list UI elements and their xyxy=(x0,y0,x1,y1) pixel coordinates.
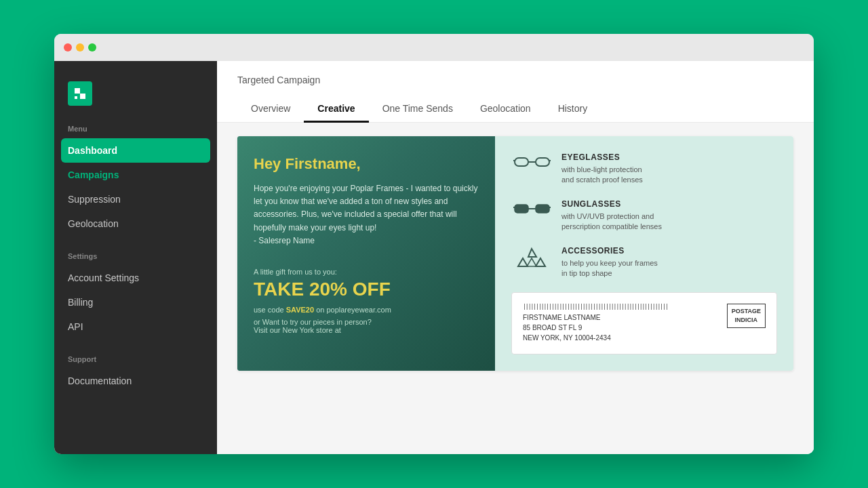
svg-marker-13 xyxy=(536,258,545,266)
browser-window: Menu Dashboard Campaigns Suppression Geo… xyxy=(54,34,814,454)
svg-rect-2 xyxy=(536,158,549,166)
accessories-desc: to help you keep your framesin tip top s… xyxy=(561,258,777,279)
mail-card: ||||||||||||||||||||||||||||||||||||||||… xyxy=(511,292,777,354)
eyeglasses-icon-container xyxy=(511,152,552,173)
maximize-button[interactable] xyxy=(88,43,96,52)
accessories-info: ACCESSORIES to help you keep your frames… xyxy=(561,246,777,279)
sidebar-item-label: Suppression xyxy=(68,194,121,205)
sidebar-item-label: Account Settings xyxy=(68,272,139,283)
tabs-container: Overview Creative One Time Sends Geoloca… xyxy=(237,96,793,122)
minimize-button[interactable] xyxy=(76,43,84,52)
sidebar-item-label: Billing xyxy=(68,297,93,308)
email-gift-intro: A little gift from us to you: xyxy=(254,268,479,276)
eyeglasses-name: EYEGLASSES xyxy=(561,152,777,162)
svg-marker-11 xyxy=(528,249,536,257)
sidebar-item-suppression[interactable]: Suppression xyxy=(54,187,217,211)
email-code-text: use code SAVE20 on poplareyewear.com xyxy=(254,306,479,314)
accessories-name: ACCESSORIES xyxy=(561,246,777,256)
sunglasses-icon xyxy=(513,199,551,220)
close-button[interactable] xyxy=(64,43,72,52)
tab-history[interactable]: History xyxy=(545,96,601,123)
sidebar-item-dashboard[interactable]: Dashboard xyxy=(61,138,210,163)
email-code: SAVE20 xyxy=(286,306,314,314)
page-header: Targeted Campaign Overview Creative One … xyxy=(217,61,814,123)
app-logo-icon xyxy=(68,81,92,106)
accessories-icon-container xyxy=(511,246,552,273)
email-body-text: Hope you're enjoying your Poplar Frames … xyxy=(254,182,479,247)
product-item-eyeglasses: EYEGLASSES with blue-light protectionand… xyxy=(511,152,777,186)
sunglasses-icon-container xyxy=(511,199,552,220)
sidebar-item-label: Geolocation xyxy=(68,218,119,229)
sunglasses-desc: with UV/UVB protection andperscription c… xyxy=(561,211,777,232)
svg-marker-12 xyxy=(518,258,528,266)
email-preview: Hey Firstname, Hope you're enjoying your… xyxy=(237,136,793,371)
postage-indicia: POSTAGE INDICIA xyxy=(727,304,766,327)
tab-one-time-sends[interactable]: One Time Sends xyxy=(369,96,467,123)
sidebar: Menu Dashboard Campaigns Suppression Geo… xyxy=(54,61,217,454)
sidebar-item-account-settings[interactable]: Account Settings xyxy=(54,266,217,290)
sidebar-item-documentation[interactable]: Documentation xyxy=(54,369,217,393)
sidebar-item-label: Dashboard xyxy=(68,145,117,156)
email-greeting: Hey Firstname, xyxy=(254,155,479,173)
email-or-line: or Want to try our pieces in person? xyxy=(254,318,479,326)
email-left-panel: Hey Firstname, Hope you're enjoying your… xyxy=(237,136,495,371)
svg-rect-1 xyxy=(515,158,528,166)
sidebar-item-billing[interactable]: Billing xyxy=(54,290,217,314)
svg-rect-0 xyxy=(68,81,92,106)
mail-name: FIRSTNAME LASTNAME 85 BROAD ST FL 9 NEW … xyxy=(523,312,719,343)
page-title: Targeted Campaign xyxy=(237,75,793,85)
app-container: Menu Dashboard Campaigns Suppression Geo… xyxy=(54,61,814,454)
product-item-accessories: ACCESSORIES to help you keep your frames… xyxy=(511,246,777,279)
mail-address-section: ||||||||||||||||||||||||||||||||||||||||… xyxy=(523,304,719,343)
browser-chrome xyxy=(54,34,814,61)
sidebar-item-label: API xyxy=(68,321,83,332)
svg-rect-7 xyxy=(536,205,549,213)
svg-marker-14 xyxy=(527,258,536,266)
sidebar-item-label: Documentation xyxy=(68,375,132,386)
tab-creative[interactable]: Creative xyxy=(304,96,368,123)
email-discount: TAKE 20% OFF xyxy=(254,279,479,300)
accessories-icon xyxy=(513,246,551,273)
eyeglasses-icon xyxy=(513,152,551,173)
main-content: Targeted Campaign Overview Creative One … xyxy=(217,61,814,454)
eyeglasses-desc: with blue-light protectionand scratch pr… xyxy=(561,165,777,186)
support-section-label: Support xyxy=(54,355,217,369)
email-visit-line: Visit our New York store at xyxy=(254,326,479,334)
email-right-panel: EYEGLASSES with blue-light protectionand… xyxy=(495,136,793,371)
eyeglasses-info: EYEGLASSES with blue-light protectionand… xyxy=(561,152,777,186)
page-body: Hey Firstname, Hope you're enjoying your… xyxy=(217,123,814,454)
sunglasses-info: SUNGLASSES with UV/UVB protection andper… xyxy=(561,199,777,232)
settings-section-label: Settings xyxy=(54,252,217,266)
sidebar-logo xyxy=(54,75,217,125)
svg-rect-6 xyxy=(515,205,528,213)
email-content: Hey Firstname, Hope you're enjoying your… xyxy=(237,136,495,353)
sidebar-item-api[interactable]: API xyxy=(54,314,217,339)
barcode: ||||||||||||||||||||||||||||||||||||||||… xyxy=(523,304,719,310)
sidebar-item-campaigns[interactable]: Campaigns xyxy=(54,163,217,187)
menu-section-label: Menu xyxy=(54,125,217,138)
sunglasses-name: SUNGLASSES xyxy=(561,199,777,209)
tab-overview[interactable]: Overview xyxy=(237,96,304,123)
sidebar-item-geolocation[interactable]: Geolocation xyxy=(54,211,217,236)
product-item-sunglasses: SUNGLASSES with UV/UVB protection andper… xyxy=(511,199,777,232)
sidebar-item-label: Campaigns xyxy=(68,169,119,180)
tab-geolocation[interactable]: Geolocation xyxy=(467,96,545,123)
